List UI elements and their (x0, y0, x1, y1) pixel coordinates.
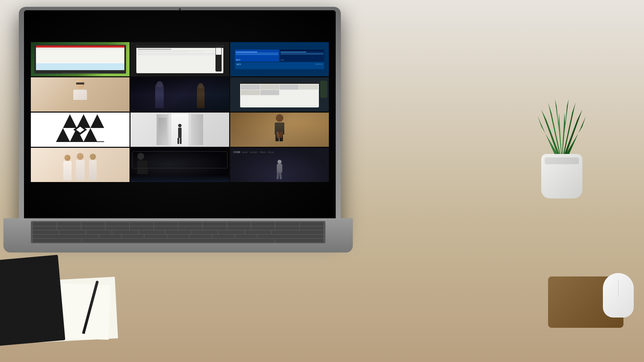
key (203, 227, 226, 230)
key (227, 222, 251, 226)
portfolio-item-11[interactable] (131, 148, 229, 182)
portfolio-item-5[interactable] (131, 77, 229, 112)
key (235, 235, 257, 238)
key (178, 222, 202, 226)
key (33, 227, 57, 230)
enter-key (272, 231, 323, 234)
key (251, 227, 275, 230)
laptop-lid: WORK BLOG ABOUT All Web Video Photo Grap… (19, 7, 341, 233)
key (275, 222, 299, 226)
key-row-3 (33, 231, 323, 234)
webcam (179, 8, 181, 10)
key (130, 222, 153, 226)
key (57, 227, 81, 230)
portfolio-item-1[interactable] (31, 42, 129, 76)
key (300, 227, 323, 230)
key (130, 227, 153, 230)
portfolio-item-3[interactable]: SET3 SET3 (230, 42, 329, 76)
key (190, 235, 212, 238)
key (145, 235, 166, 238)
key-row-5 (33, 239, 323, 242)
key (219, 231, 244, 234)
key (212, 235, 234, 238)
key (192, 231, 218, 234)
key (99, 235, 121, 238)
plant-svg (534, 72, 589, 161)
key (203, 222, 226, 226)
key (227, 227, 251, 230)
key (122, 235, 144, 238)
key (300, 222, 323, 226)
key (112, 231, 138, 234)
portfolio-item-9[interactable] (230, 113, 329, 147)
portfolio-item-7[interactable] (31, 113, 129, 147)
plant-leaves (534, 72, 589, 161)
key (178, 227, 202, 230)
svg-marker-1 (63, 114, 77, 128)
key (275, 227, 299, 230)
screen-bezel: WORK BLOG ABOUT All Web Video Photo Grap… (24, 10, 336, 226)
geo-logo-svg (56, 114, 104, 145)
plant-container (528, 68, 596, 198)
laptop-base (3, 218, 353, 253)
portfolio-item-6[interactable] (230, 77, 329, 112)
key (154, 227, 178, 230)
key (106, 227, 129, 230)
key (167, 235, 189, 238)
portfolio-item-12[interactable]: COBB MUSIC GALLERY PRESS SOCIAL (230, 148, 329, 182)
key (57, 222, 81, 226)
key (33, 231, 59, 234)
key (59, 231, 85, 234)
spacebar (82, 239, 275, 242)
key (33, 222, 57, 226)
key (245, 231, 271, 234)
key (106, 222, 129, 226)
key (82, 222, 105, 226)
key-row-2 (33, 227, 323, 230)
mouse (603, 273, 634, 318)
key (154, 222, 178, 226)
keyboard (31, 221, 325, 243)
key (139, 231, 165, 234)
portfolio-item-4[interactable] (31, 77, 129, 112)
key (165, 231, 191, 234)
key (86, 231, 112, 234)
portfolio-item-8[interactable] (131, 113, 229, 147)
screen-content: WORK BLOG ABOUT All Web Video Photo Grap… (24, 10, 336, 226)
keyboard-rows (31, 221, 325, 244)
svg-marker-5 (90, 114, 104, 128)
fn-key (33, 239, 81, 242)
portfolio-item-2[interactable] (131, 42, 229, 76)
shift-key-right (258, 235, 323, 238)
key (82, 227, 105, 230)
shift-key (33, 235, 99, 238)
portfolio-item-10[interactable] (31, 148, 129, 182)
notebook (0, 255, 65, 346)
key-row-4 (33, 235, 323, 238)
key-row-1 (33, 222, 323, 226)
plant-pot (541, 154, 582, 198)
key (251, 222, 275, 226)
key (275, 239, 323, 242)
